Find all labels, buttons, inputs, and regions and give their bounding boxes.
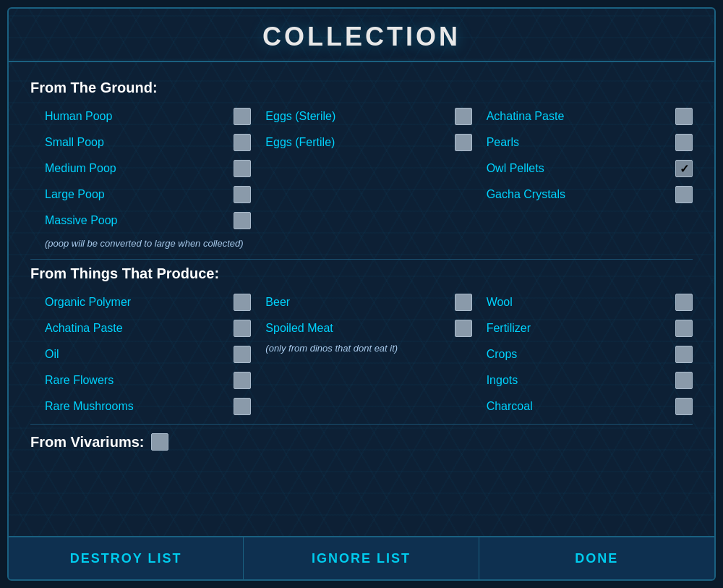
- medium-poop-checkbox[interactable]: [234, 160, 251, 177]
- ground-col-1: Human Poop Small Poop Medium Poop L: [30, 103, 251, 234]
- massive-poop-checkbox[interactable]: [234, 212, 251, 229]
- body-content: From The Ground: Human Poop Small Poop: [9, 62, 714, 536]
- vivariums-checkbox[interactable]: [151, 433, 168, 451]
- ground-col-3: Achatina Paste Pearls Owl Pellets G: [472, 103, 693, 234]
- divider-2: [30, 424, 693, 425]
- charcoal-checkbox[interactable]: [675, 398, 693, 415]
- section-producers: From Things That Produce: Organic Polyme…: [30, 265, 693, 419]
- rare-flowers-checkbox[interactable]: [234, 372, 251, 389]
- section-header-ground: From The Ground:: [30, 80, 693, 96]
- ignore-list-button[interactable]: IGNORE LIST: [244, 537, 479, 579]
- list-item: Eggs (Fertile): [251, 129, 471, 155]
- section-header-vivariums: From Vivariums:: [30, 434, 144, 451]
- producers-grid: Organic Polymer Achatina Paste Oil: [30, 289, 693, 419]
- list-item: Oil: [30, 341, 251, 367]
- vivariums-row: From Vivariums:: [30, 429, 693, 455]
- collection-panel: Collection From The Ground: Human Poop S…: [7, 7, 716, 581]
- pearls-checkbox[interactable]: [675, 134, 693, 151]
- list-item: Ingots: [472, 367, 693, 393]
- organic-polymer-checkbox[interactable]: [234, 294, 251, 311]
- list-item: Eggs (Sterile): [251, 103, 471, 129]
- list-item: Human Poop: [30, 103, 251, 129]
- list-item: Small Poop: [30, 129, 251, 155]
- done-button[interactable]: DONE: [479, 537, 714, 579]
- list-item: Massive Poop: [30, 208, 251, 234]
- achatina-paste-prod-checkbox[interactable]: [234, 320, 251, 337]
- footer-buttons: DESTROY LIST IGNORE LIST DONE: [9, 536, 714, 579]
- list-item: Crops: [472, 341, 693, 367]
- list-item: Organic Polymer: [30, 289, 251, 315]
- list-item: Gacha Crystals: [472, 182, 693, 208]
- wool-checkbox[interactable]: [675, 294, 693, 311]
- list-item: Owl Pellets: [472, 155, 693, 182]
- large-poop-checkbox[interactable]: [234, 186, 251, 203]
- section-header-producers: From Things That Produce:: [30, 265, 693, 282]
- producers-col-3: Wool Fertilizer Crops Ingots: [472, 289, 693, 419]
- list-item: Achatina Paste: [30, 315, 251, 341]
- fertilizer-checkbox[interactable]: [675, 320, 693, 337]
- rare-mushrooms-checkbox[interactable]: [234, 398, 251, 415]
- owl-pellets-checkbox[interactable]: [675, 160, 693, 177]
- eggs-sterile-checkbox[interactable]: [455, 108, 472, 125]
- ingots-checkbox[interactable]: [675, 372, 693, 389]
- section-from-ground: From The Ground: Human Poop Small Poop: [30, 80, 693, 255]
- page-title: Collection: [9, 22, 714, 52]
- achatina-paste-ground-checkbox[interactable]: [675, 108, 693, 125]
- list-item: Fertilizer: [472, 315, 693, 341]
- list-item: Large Poop: [30, 182, 251, 208]
- gacha-crystals-checkbox[interactable]: [675, 186, 693, 203]
- producers-col-2: Beer Spoiled Meat (only from dinos that …: [251, 289, 471, 419]
- list-item: Pearls: [472, 129, 693, 155]
- poop-note: (poop will be converted to large when co…: [30, 237, 693, 255]
- spoiled-meat-checkbox[interactable]: [455, 320, 472, 337]
- list-item: Rare Flowers: [30, 367, 251, 393]
- list-item: Beer: [251, 289, 471, 315]
- crops-checkbox[interactable]: [675, 346, 693, 363]
- list-item: Charcoal: [472, 393, 693, 419]
- title-bar: Collection: [9, 9, 714, 62]
- list-item: Rare Mushrooms: [30, 393, 251, 419]
- beer-checkbox[interactable]: [455, 294, 472, 311]
- human-poop-checkbox[interactable]: [234, 108, 251, 125]
- list-item: Spoiled Meat: [251, 315, 471, 341]
- small-poop-checkbox[interactable]: [234, 134, 251, 151]
- eggs-fertile-checkbox[interactable]: [455, 134, 472, 151]
- spoiled-meat-note: (only from dinos that dont eat it): [251, 341, 471, 359]
- ground-col-2: Eggs (Sterile) Eggs (Fertile): [251, 103, 471, 234]
- list-item: Medium Poop: [30, 155, 251, 182]
- oil-checkbox[interactable]: [234, 346, 251, 363]
- destroy-list-button[interactable]: DESTROY LIST: [9, 537, 244, 579]
- divider-1: [30, 259, 693, 260]
- list-item: Wool: [472, 289, 693, 315]
- producers-col-1: Organic Polymer Achatina Paste Oil: [30, 289, 251, 419]
- list-item: Achatina Paste: [472, 103, 693, 129]
- ground-grid: Human Poop Small Poop Medium Poop L: [30, 103, 693, 234]
